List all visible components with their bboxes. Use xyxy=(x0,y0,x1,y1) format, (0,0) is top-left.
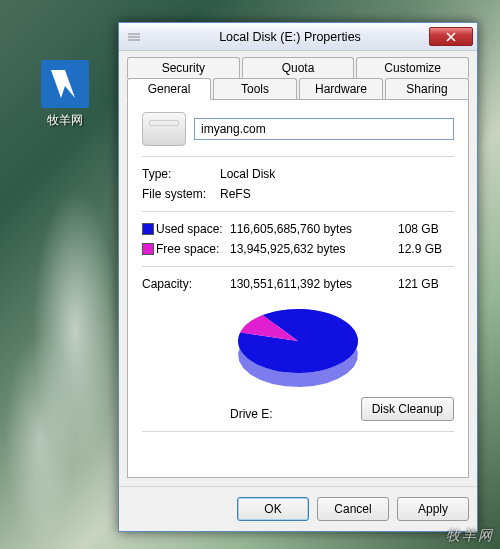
free-label: Free space: xyxy=(156,242,230,256)
app-icon xyxy=(41,60,89,108)
tab-strip: Security Quota Customize General Tools H… xyxy=(127,57,469,99)
free-swatch xyxy=(142,243,154,255)
drive-icon xyxy=(142,112,186,146)
free-gb: 12.9 GB xyxy=(398,242,454,256)
close-button[interactable] xyxy=(429,27,473,46)
tab-tools[interactable]: Tools xyxy=(213,78,297,99)
type-label: Type: xyxy=(142,167,220,181)
tab-customize[interactable]: Customize xyxy=(356,57,469,78)
free-bytes: 13,945,925,632 bytes xyxy=(230,242,398,256)
tab-hardware[interactable]: Hardware xyxy=(299,78,383,99)
fs-label: File system: xyxy=(142,187,220,201)
used-bytes: 116,605,685,760 bytes xyxy=(230,222,398,236)
divider xyxy=(142,431,454,432)
type-value: Local Disk xyxy=(220,167,454,181)
window-icon xyxy=(127,32,151,42)
watermark: 牧羊网 xyxy=(446,527,494,545)
drive-label: Drive E: xyxy=(230,407,273,421)
capacity-gb: 121 GB xyxy=(398,277,454,291)
window-body: Security Quota Customize General Tools H… xyxy=(119,51,477,486)
tab-panel-general: Type: Local Disk File system: ReFS Used … xyxy=(127,99,469,478)
titlebar[interactable]: Local Disk (E:) Properties xyxy=(119,23,477,51)
apply-button[interactable]: Apply xyxy=(397,497,469,521)
usage-pie-chart xyxy=(223,303,373,393)
tab-security[interactable]: Security xyxy=(127,57,240,78)
divider xyxy=(142,266,454,267)
desktop-shortcut[interactable]: 牧羊网 xyxy=(35,60,95,129)
used-label: Used space: xyxy=(156,222,230,236)
desktop-shortcut-label: 牧羊网 xyxy=(35,112,95,129)
capacity-label: Capacity: xyxy=(142,277,230,291)
cancel-button[interactable]: Cancel xyxy=(317,497,389,521)
divider xyxy=(142,156,454,157)
tab-sharing[interactable]: Sharing xyxy=(385,78,469,99)
properties-window: Local Disk (E:) Properties Security Quot… xyxy=(118,22,478,532)
window-title: Local Disk (E:) Properties xyxy=(151,30,429,44)
divider xyxy=(142,211,454,212)
close-icon xyxy=(446,32,456,42)
tab-general[interactable]: General xyxy=(127,78,211,100)
capacity-bytes: 130,551,611,392 bytes xyxy=(230,277,398,291)
dialog-footer: OK Cancel Apply xyxy=(119,486,477,531)
ok-button[interactable]: OK xyxy=(237,497,309,521)
volume-name-input[interactable] xyxy=(194,118,454,140)
disk-cleanup-button[interactable]: Disk Cleanup xyxy=(361,397,454,421)
used-swatch xyxy=(142,223,154,235)
fs-value: ReFS xyxy=(220,187,454,201)
tab-quota[interactable]: Quota xyxy=(242,57,355,78)
used-gb: 108 GB xyxy=(398,222,454,236)
